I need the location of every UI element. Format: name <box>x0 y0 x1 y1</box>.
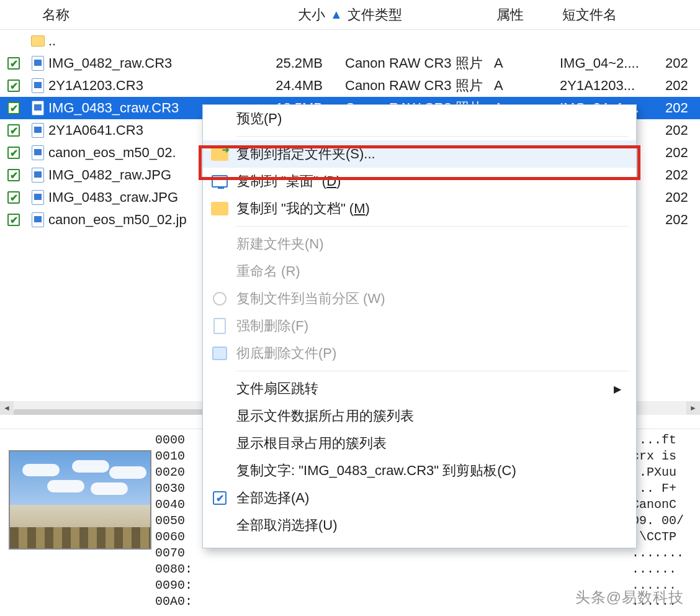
menu-copy-text[interactable]: 复制文字: "IMG_0483_craw.CR3" 到剪贴板(C) <box>203 457 636 484</box>
file-icon <box>27 78 48 93</box>
menu-separator <box>236 136 629 137</box>
file-icon <box>27 145 48 160</box>
file-size: 25.2MB <box>273 55 323 71</box>
row-checkbox[interactable]: ✔ <box>0 169 27 181</box>
scroll-left-icon[interactable]: ◄ <box>0 401 14 415</box>
menu-copy-to-folder-label: 复制到指定文件夹(S)... <box>236 145 621 163</box>
file-date: 202 <box>665 145 700 161</box>
menu-force-delete: 强制删除(F) <box>203 312 636 340</box>
menu-copy-to-mydoc-label: 复制到 "我的文档" (M) <box>236 199 621 218</box>
col-attr-header[interactable]: 属性 <box>496 6 562 24</box>
menu-preview-label: 预览(P) <box>236 109 621 128</box>
watermark: 头条@易数科技 <box>572 586 688 609</box>
table-row[interactable]: ✔ 2Y1A1203.CR3 24.4MB Canon RAW CR3 照片 A… <box>0 75 700 97</box>
file-date: 202 <box>665 167 700 183</box>
col-size-header[interactable]: 大小 <box>276 6 325 24</box>
file-date: 202 <box>665 78 700 94</box>
file-short: IMG_04~2.... <box>560 55 665 71</box>
menu-cluster-list[interactable]: 显示文件数据所占用的簇列表 <box>203 402 636 430</box>
menu-copy-to-folder[interactable]: 复制到指定文件夹(S)... <box>203 140 636 168</box>
row-checkbox[interactable]: ✔ <box>0 191 27 204</box>
menu-copy-to-desktop[interactable]: 复制到 "桌面" (D) <box>203 168 636 195</box>
parent-dir-label: .. <box>48 33 273 49</box>
menu-perm-delete: 彻底删除文件(P) <box>203 340 636 367</box>
file-date: 202 <box>665 189 700 206</box>
folder-arrow-icon <box>211 147 228 161</box>
menu-copy-to-mydoc[interactable]: 复制到 "我的文档" (M) <box>203 195 636 222</box>
file-type: Canon RAW CR3 照片 <box>345 54 494 73</box>
menu-select-all[interactable]: ✔ 全部选择(A) <box>203 484 636 512</box>
file-icon <box>27 212 48 227</box>
col-type-header[interactable]: 文件类型 <box>348 6 496 24</box>
file-date: 202 <box>665 212 700 228</box>
file-icon <box>27 123 48 138</box>
thumbnail-image <box>9 450 151 550</box>
file-date: 202 <box>665 122 700 138</box>
table-row[interactable]: ✔ IMG_0482_raw.CR3 25.2MB Canon RAW CR3 … <box>0 52 700 75</box>
col-short-header[interactable]: 短文件名 <box>562 6 668 24</box>
file-icon <box>27 168 48 183</box>
file-attr: A <box>494 55 560 71</box>
menu-rename: 重命名 (R) <box>203 258 636 285</box>
file-date: 202 <box>665 55 700 71</box>
file-icon <box>27 190 48 205</box>
context-menu: 预览(P) 复制到指定文件夹(S)... 复制到 "桌面" (D) 复制到 "我… <box>202 104 637 548</box>
menu-copy-to-desktop-label: 复制到 "桌面" (D) <box>236 172 621 191</box>
menu-copy-partition: 复制文件到当前分区 (W) <box>203 285 636 312</box>
file-name: IMG_0482_raw.CR3 <box>48 55 273 71</box>
scroll-right-icon[interactable]: ► <box>686 401 700 415</box>
row-checkbox[interactable]: ✔ <box>0 57 27 70</box>
file-icon <box>27 101 48 116</box>
file-size: 24.4MB <box>273 78 323 94</box>
parent-dir-row[interactable]: .. <box>0 30 700 52</box>
menu-sector-jump[interactable]: 文件扇区跳转 ▶ <box>203 375 636 402</box>
thumbnail-preview <box>0 429 155 615</box>
desktop-icon <box>212 175 228 188</box>
menu-root-cluster[interactable]: 显示根目录占用的簇列表 <box>203 430 636 457</box>
menu-separator <box>236 226 629 227</box>
row-checkbox[interactable]: ✔ <box>0 147 27 159</box>
folder-up-icon <box>27 35 48 47</box>
file-type: Canon RAW CR3 照片 <box>345 76 494 95</box>
hex-offsets: 000000100020 003000400050 006000700080: … <box>155 429 207 615</box>
file-short: 2Y1A1203... <box>560 78 665 94</box>
globe-icon <box>213 292 227 306</box>
sort-arrow-icon[interactable]: ▲ <box>325 7 348 22</box>
row-checkbox[interactable]: ✔ <box>0 124 27 137</box>
menu-preview[interactable]: 预览(P) <box>203 105 636 132</box>
document-icon <box>213 318 226 334</box>
row-checkbox[interactable]: ✔ <box>0 214 27 226</box>
menu-new-folder: 新建文件夹(N) <box>203 230 636 258</box>
row-checkbox[interactable]: ✔ <box>0 79 27 92</box>
file-attr: A <box>494 78 560 94</box>
folder-icon <box>211 202 228 215</box>
menu-separator <box>236 371 629 371</box>
file-date: 202 <box>665 100 700 116</box>
file-name: 2Y1A1203.CR3 <box>48 78 273 94</box>
check-icon: ✔ <box>213 491 227 505</box>
file-icon <box>27 56 48 71</box>
row-checkbox[interactable]: ✔ <box>0 102 27 114</box>
col-name-header[interactable]: 名称 <box>2 6 276 24</box>
trash-icon <box>212 346 227 360</box>
menu-deselect-all[interactable]: 全部取消选择(U) <box>203 512 636 539</box>
submenu-arrow-icon: ▶ <box>614 383 621 395</box>
column-header-row[interactable]: 名称 大小 ▲ 文件类型 属性 短文件名 <box>0 0 700 30</box>
